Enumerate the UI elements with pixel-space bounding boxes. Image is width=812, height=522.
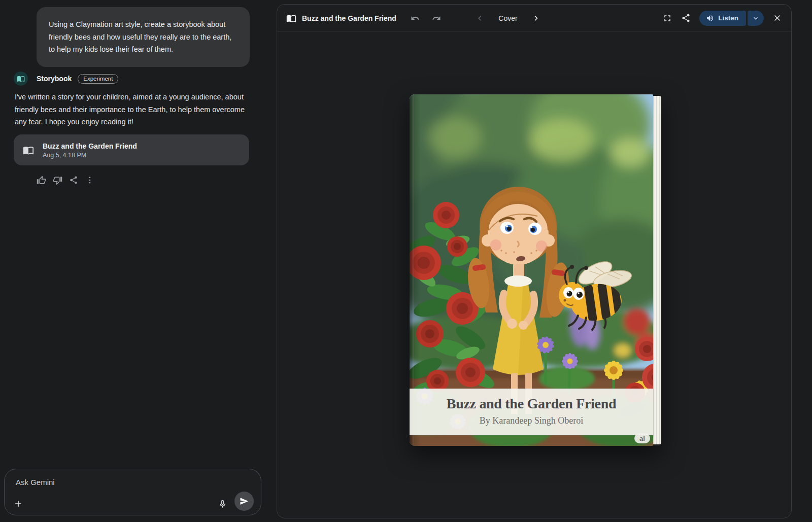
chevron-right-icon[interactable] [531,13,542,23]
listen-split-button: Listen [699,11,764,26]
microphone-button[interactable] [218,499,227,509]
cover-author: By Karandeep Singh Oberoi [410,415,653,426]
storybook-panel: Buzz and the Garden Friend Cover [277,4,792,518]
artifact-title: Buzz and the Garden Friend [43,142,137,151]
ai-badge: ai [634,433,650,443]
share-icon[interactable] [681,13,691,23]
undo-icon[interactable] [411,14,420,23]
bot-name: Storybook [37,75,72,83]
cover-title: Buzz and the Garden Friend [410,396,653,412]
listen-button[interactable]: Listen [699,11,746,26]
close-icon[interactable] [772,13,782,23]
chevron-left-icon[interactable] [475,13,485,23]
thumbs-up-button[interactable] [36,175,47,186]
open-book-icon [23,145,34,156]
chat-input-placeholder: Ask Gemini [16,478,55,486]
panel-title: Buzz and the Garden Friend [302,14,396,22]
panel-title-group: Buzz and the Garden Friend [286,13,396,23]
cover-title-band: Buzz and the Garden Friend By Karandeep … [410,389,653,435]
redo-icon[interactable] [432,14,441,23]
cover-illustration: Buzz and the Garden Friend By Karandeep … [410,94,653,446]
more-options-button[interactable] [84,175,95,186]
plus-button[interactable] [13,499,23,509]
user-message-bubble: Using a Claymation art style, create a s… [37,7,250,67]
artifact-meta: Buzz and the Garden Friend Aug 5, 4:18 P… [43,142,137,159]
experiment-badge: Experiment [78,74,118,84]
open-book-icon [17,75,25,83]
chat-input[interactable]: Ask Gemini [4,469,261,515]
bot-message-text: I've written a story for your children, … [15,91,249,128]
chevron-down-icon [752,14,760,22]
storybook-panel-header: Buzz and the Garden Friend Cover [277,5,791,32]
open-book-icon [286,13,296,23]
share-button[interactable] [68,175,79,186]
undo-redo-group [411,14,441,23]
book-page-edges [653,96,661,444]
fullscreen-icon[interactable] [662,13,672,23]
artifact-timestamp: Aug 5, 4:18 PM [43,152,137,159]
storybook-cover: Buzz and the Garden Friend By Karandeep … [410,94,661,446]
listen-dropdown-button[interactable] [748,11,764,26]
page-navigation: Cover [475,13,541,23]
storybook-artifact-card[interactable]: Buzz and the Garden Friend Aug 5, 4:18 P… [14,134,249,165]
storybook-avatar [14,72,28,86]
send-button[interactable] [234,492,254,511]
speaker-icon [706,14,714,22]
listen-label: Listen [718,14,738,22]
page-label: Cover [498,14,517,22]
panel-controls: Listen [662,11,782,26]
thumbs-down-button[interactable] [52,175,63,186]
bot-header-row: Storybook Experiment [14,72,118,86]
feedback-action-row [36,175,95,186]
